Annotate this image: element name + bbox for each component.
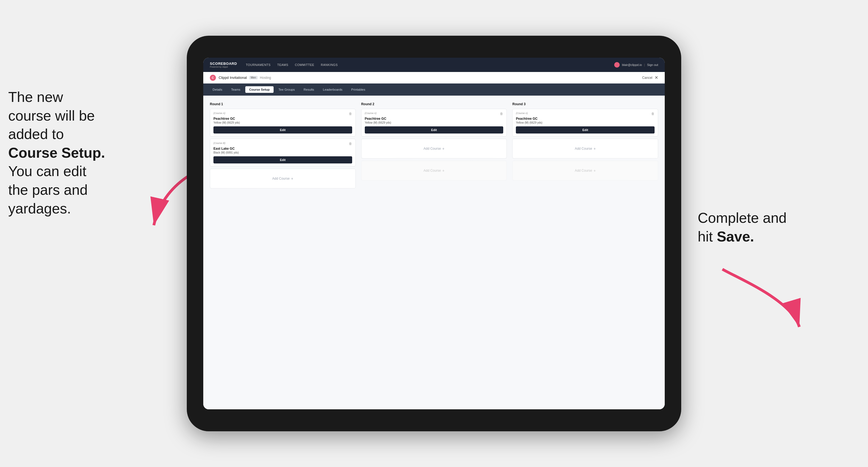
round1-course-a-tee: Yellow (M) (6629 yds) xyxy=(213,121,352,124)
round2-course-a-delete-icon[interactable]: 🗑 xyxy=(500,112,503,116)
scoreboard-logo: SCOREBOARD Powered by clippd xyxy=(210,62,237,68)
tab-bar: Details Teams Course Setup Tee Groups Re… xyxy=(203,84,665,96)
round2-course-a-name: Peachtree GC xyxy=(365,117,503,121)
separator: | xyxy=(644,63,645,66)
top-nav-right: blair@clippd.io | Sign out xyxy=(614,62,658,68)
round1-course-a-card: (Course A) 🗑 Peachtree GC Yellow (M) (66… xyxy=(210,109,356,136)
round2-add-course-button[interactable]: Add Course + xyxy=(361,139,507,158)
round-1-column: Round 1 (Course A) 🗑 Peachtree GC Yellow… xyxy=(210,102,356,191)
round1-course-a-label: (Course A) xyxy=(213,112,225,115)
round1-course-b-delete-icon[interactable]: 🗑 xyxy=(349,142,352,146)
round3-course-a-card: (Course A) 🗑 Peachtree GC Yellow (M) (66… xyxy=(512,109,658,136)
tablet-frame: SCOREBOARD Powered by clippd TOURNAMENTS… xyxy=(187,36,681,431)
round2-course-a-label: (Course A) xyxy=(365,112,377,115)
round1-course-a-edit-button[interactable]: Edit xyxy=(213,126,352,133)
gender-badge: Men xyxy=(249,76,258,80)
tab-teams[interactable]: Teams xyxy=(227,86,244,93)
logo-subtitle: Powered by clippd xyxy=(210,66,237,68)
round3-course-a-tee: Yellow (M) (6629 yds) xyxy=(516,121,655,124)
breadcrumb-bar: C Clippd Invitational Men Hosting Cancel… xyxy=(203,72,665,84)
round2-add-course-disabled: Add Course + xyxy=(361,161,507,181)
tab-tee-groups[interactable]: Tee Groups xyxy=(275,86,299,93)
round2-course-a-tee: Yellow (M) (6629 yds) xyxy=(365,121,503,124)
top-nav-links: TOURNAMENTS TEAMS COMMITTEE RANKINGS xyxy=(246,62,615,68)
main-content: Round 1 (Course A) 🗑 Peachtree GC Yellow… xyxy=(203,96,665,409)
nav-teams[interactable]: TEAMS xyxy=(277,62,288,68)
right-arrow xyxy=(714,261,808,333)
round2-add-course-label-2: Add Course xyxy=(424,169,441,173)
logo-title: SCOREBOARD xyxy=(210,62,237,66)
round2-add-course-plus-icon-2: + xyxy=(442,168,444,173)
round3-add-course-button[interactable]: Add Course + xyxy=(512,139,658,158)
round1-course-b-tee: Black (M) (6891 yds) xyxy=(213,151,352,154)
round3-course-a-label: (Course A) xyxy=(516,112,528,115)
round2-add-course-label: Add Course xyxy=(424,147,441,151)
round3-course-a-edit-button[interactable]: Edit xyxy=(516,126,655,133)
round1-course-b-name: East Lake GC xyxy=(213,147,352,151)
cancel-button[interactable]: Cancel ✕ xyxy=(642,75,658,80)
round3-add-course-plus-icon: + xyxy=(594,147,596,151)
round-2-title: Round 2 xyxy=(361,102,507,106)
round1-add-course-label: Add Course xyxy=(272,177,289,181)
round-1-title: Round 1 xyxy=(210,102,356,106)
round3-add-course-label-2: Add Course xyxy=(575,169,592,173)
tab-details[interactable]: Details xyxy=(209,86,226,93)
round-3-column: Round 3 (Course A) 🗑 Peachtree GC Yellow… xyxy=(512,102,658,191)
round1-add-course-button[interactable]: Add Course + xyxy=(210,169,356,188)
round1-course-a-delete-icon[interactable]: 🗑 xyxy=(349,112,352,116)
tablet-screen: SCOREBOARD Powered by clippd TOURNAMENTS… xyxy=(203,58,665,409)
round-3-title: Round 3 xyxy=(512,102,658,106)
sign-out-link[interactable]: Sign out xyxy=(647,63,658,66)
hosting-tag: Hosting xyxy=(260,76,271,80)
tab-results[interactable]: Results xyxy=(300,86,318,93)
round-2-column: Round 2 (Course A) 🗑 Peachtree GC Yellow… xyxy=(361,102,507,191)
rounds-grid: Round 1 (Course A) 🗑 Peachtree GC Yellow… xyxy=(210,102,658,191)
nav-committee[interactable]: COMMITTEE xyxy=(295,62,314,68)
tab-printables[interactable]: Printables xyxy=(347,86,369,93)
round3-add-course-plus-icon-2: + xyxy=(594,168,596,173)
right-annotation: Complete and hit Save. xyxy=(698,209,835,246)
tab-leaderboards[interactable]: Leaderboards xyxy=(319,86,346,93)
round2-course-a-edit-button[interactable]: Edit xyxy=(365,126,503,133)
nav-tournaments[interactable]: TOURNAMENTS xyxy=(246,62,271,68)
round3-course-a-delete-icon[interactable]: 🗑 xyxy=(651,112,655,116)
tab-course-setup[interactable]: Course Setup xyxy=(245,86,274,93)
round3-course-a-name: Peachtree GC xyxy=(516,117,655,121)
tournament-name: Clippd Invitational xyxy=(219,75,247,80)
cancel-x-icon: ✕ xyxy=(655,75,658,80)
round1-course-a-name: Peachtree GC xyxy=(213,117,352,121)
user-avatar xyxy=(614,62,620,68)
user-email: blair@clippd.io xyxy=(622,63,642,66)
round1-add-course-plus-icon: + xyxy=(291,176,293,181)
round2-course-a-card: (Course A) 🗑 Peachtree GC Yellow (M) (66… xyxy=(361,109,507,136)
round1-course-b-card: (Course B) 🗑 East Lake GC Black (M) (689… xyxy=(210,139,356,166)
round2-add-course-plus-icon: + xyxy=(442,147,444,151)
round1-course-b-label: (Course B) xyxy=(213,142,225,145)
top-nav: SCOREBOARD Powered by clippd TOURNAMENTS… xyxy=(203,58,665,72)
round3-add-course-label: Add Course xyxy=(575,147,592,151)
round1-course-b-edit-button[interactable]: Edit xyxy=(213,156,352,163)
breadcrumb-logo: C xyxy=(210,75,216,81)
round3-add-course-disabled: Add Course + xyxy=(512,161,658,181)
nav-rankings[interactable]: RANKINGS xyxy=(321,62,338,68)
